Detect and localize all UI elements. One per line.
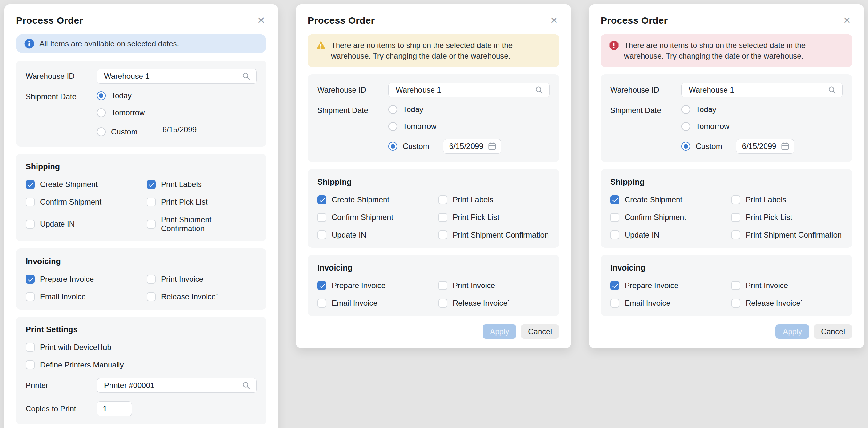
checkbox-label: Email Invoice xyxy=(625,299,671,308)
checkbox-print-invoice[interactable]: Print Invoice xyxy=(438,281,550,290)
search-icon xyxy=(828,86,837,94)
checkbox-icon xyxy=(147,180,156,189)
checkbox-print-labels[interactable]: Print Labels xyxy=(731,195,843,204)
radio-icon xyxy=(681,142,690,151)
checkbox-print-shipment-confirmation[interactable]: Print Shipment Confirmation xyxy=(731,231,843,240)
radio-today[interactable]: Today xyxy=(97,91,205,100)
checkbox-label: Prepare Invoice xyxy=(40,275,94,284)
close-button[interactable]: ✕ xyxy=(842,14,852,27)
checkbox-create-shipment[interactable]: Create Shipment xyxy=(317,195,438,204)
checkbox-confirm-shipment[interactable]: Confirm Shipment xyxy=(610,213,731,222)
radio-label: Today xyxy=(696,105,716,114)
checkbox-print-shipment-confirmation[interactable]: Print Shipment Confirmation xyxy=(438,231,550,240)
checkbox-email-invoice[interactable]: Email Invoice xyxy=(317,299,438,308)
checkbox-label: Print Labels xyxy=(453,195,493,204)
shipment-date-label: Shipment Date xyxy=(317,105,389,115)
warehouse-id-input[interactable]: Warehouse 1 xyxy=(97,69,257,84)
cancel-button[interactable]: Cancel xyxy=(521,324,559,339)
checkbox-icon xyxy=(438,195,447,204)
checkbox-print-labels[interactable]: Print Labels xyxy=(147,180,257,189)
checkbox-print-shipment-confirmation[interactable]: Print Shipment Confirmation xyxy=(147,215,257,233)
checkbox-update-in[interactable]: Update IN xyxy=(610,231,731,240)
checkbox-prepare-invoice[interactable]: Prepare Invoice xyxy=(610,281,731,290)
checkbox-label: Release Invoice` xyxy=(746,299,803,308)
close-icon: ✕ xyxy=(550,15,558,26)
radio-tomorrow[interactable]: Tomorrow xyxy=(97,108,205,117)
apply-button[interactable]: Apply xyxy=(483,324,517,339)
checkbox-print-labels[interactable]: Print Labels xyxy=(438,195,550,204)
checkbox-icon xyxy=(438,299,447,308)
apply-button[interactable]: Apply xyxy=(775,324,809,339)
checkbox-icon xyxy=(610,231,619,240)
warehouse-id-input[interactable]: Warehouse 1 xyxy=(389,83,550,97)
checkbox-update-in[interactable]: Update IN xyxy=(26,215,147,233)
radio-today[interactable]: Today xyxy=(681,105,794,114)
checkbox-print-invoice[interactable]: Print Invoice xyxy=(147,275,257,284)
warehouse-id-input[interactable]: Warehouse 1 xyxy=(681,83,843,97)
cancel-button[interactable]: Cancel xyxy=(813,324,852,339)
checkbox-label: Create Shipment xyxy=(625,195,682,204)
checkbox-release-invoice[interactable]: Release Invoice` xyxy=(147,292,257,301)
checkbox-icon xyxy=(147,220,156,228)
checkbox-icon xyxy=(731,299,740,308)
checkbox-print-pick-list[interactable]: Print Pick List xyxy=(147,197,257,207)
close-button[interactable]: ✕ xyxy=(256,14,267,27)
radio-today[interactable]: Today xyxy=(389,105,501,114)
checkbox-label: Print Shipment Confirmation xyxy=(453,231,549,240)
checkbox-label: Print Pick List xyxy=(161,197,208,207)
checkbox-release-invoice[interactable]: Release Invoice` xyxy=(731,299,843,308)
order-fields-card: Warehouse ID Warehouse 1 Shipment Date T… xyxy=(308,74,559,162)
checkbox-prepare-invoice[interactable]: Prepare Invoice xyxy=(317,281,438,290)
radio-custom[interactable]: Custom 6/15/2099 xyxy=(389,139,501,154)
copies-value: 1 xyxy=(103,404,107,413)
checkbox-icon xyxy=(26,197,35,207)
warehouse-row: Warehouse ID Warehouse 1 xyxy=(317,83,550,97)
checkbox-print-with-devicehub[interactable]: Print with DeviceHub xyxy=(26,343,257,352)
checkbox-icon xyxy=(610,281,619,290)
printer-label: Printer xyxy=(26,381,97,390)
checkbox-confirm-shipment[interactable]: Confirm Shipment xyxy=(317,213,438,222)
checkbox-icon xyxy=(731,231,740,240)
checkbox-icon xyxy=(438,281,447,290)
close-button[interactable]: ✕ xyxy=(549,14,559,27)
custom-date-input[interactable]: 6/15/2099 xyxy=(736,139,795,154)
checkbox-print-pick-list[interactable]: Print Pick List xyxy=(731,213,843,222)
checkbox-create-shipment[interactable]: Create Shipment xyxy=(610,195,731,204)
radio-custom[interactable]: Custom 6/15/2099 xyxy=(681,139,794,154)
invoicing-options: Prepare Invoice Print Invoice Email Invo… xyxy=(610,281,843,308)
print-settings-title: Print Settings xyxy=(26,325,257,334)
process-order-dialog-info: Process Order ✕ All Items are available … xyxy=(4,4,278,428)
checkbox-create-shipment[interactable]: Create Shipment xyxy=(26,180,147,189)
dialog-title: Process Order xyxy=(601,15,668,26)
checkbox-icon xyxy=(26,292,35,301)
checkbox-update-in[interactable]: Update IN xyxy=(317,231,438,240)
checkbox-label: Print with DeviceHub xyxy=(40,343,112,352)
checkbox-label: Print Shipment Confirmation xyxy=(746,231,842,240)
printer-input[interactable]: Printer #00001 xyxy=(97,378,257,393)
printer-value: Printer #00001 xyxy=(104,381,154,390)
checkbox-print-pick-list[interactable]: Print Pick List xyxy=(438,213,550,222)
checkbox-prepare-invoice[interactable]: Prepare Invoice xyxy=(26,275,147,284)
checkbox-label: Print Invoice xyxy=(746,281,788,290)
radio-tomorrow[interactable]: Tomorrow xyxy=(681,122,794,131)
invoicing-title: Invoicing xyxy=(610,263,843,272)
checkbox-email-invoice[interactable]: Email Invoice xyxy=(26,292,147,301)
modals-canvas: Process Order ✕ All Items are available … xyxy=(0,0,868,428)
radio-label: Custom xyxy=(111,127,138,136)
checkbox-confirm-shipment[interactable]: Confirm Shipment xyxy=(26,197,147,207)
radio-custom[interactable]: Custom 6/15/2099 xyxy=(97,125,205,138)
radio-tomorrow[interactable]: Tomorrow xyxy=(389,122,501,131)
checkbox-define-printers-manually[interactable]: Define Printers Manually xyxy=(26,361,257,369)
shipping-title: Shipping xyxy=(26,162,257,171)
checkbox-email-invoice[interactable]: Email Invoice xyxy=(610,299,731,308)
custom-date-input[interactable]: 6/15/2099 xyxy=(443,139,502,154)
shipment-date-options: Today Tomorrow Custom 6/15/2099 xyxy=(389,105,501,154)
checkbox-release-invoice[interactable]: Release Invoice` xyxy=(438,299,550,308)
checkbox-label: Print Labels xyxy=(746,195,786,204)
checkbox-print-invoice[interactable]: Print Invoice xyxy=(731,281,843,290)
custom-date-input[interactable]: 6/15/2099 xyxy=(155,125,205,138)
copies-to-print-input[interactable]: 1 xyxy=(97,401,132,416)
checkbox-label: Update IN xyxy=(332,231,366,240)
radio-icon xyxy=(97,127,106,136)
warehouse-id-value: Warehouse 1 xyxy=(396,86,441,94)
